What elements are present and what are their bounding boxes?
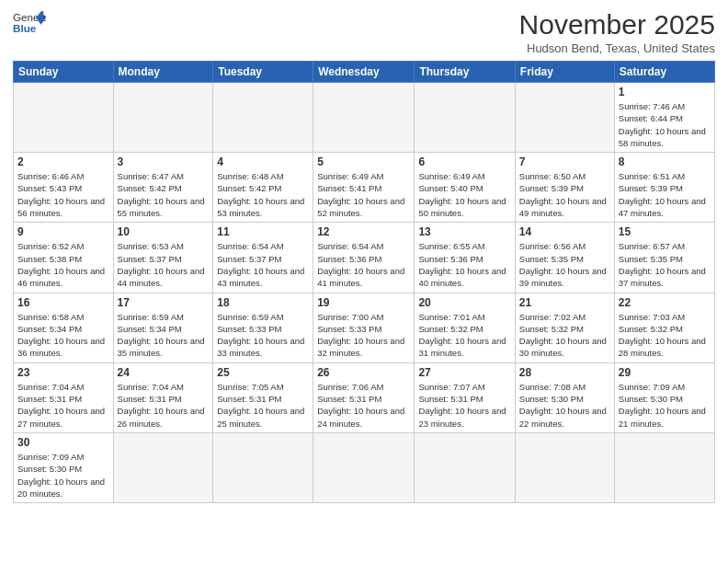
calendar-cell: 22Sunrise: 7:03 AM Sunset: 5:32 PM Dayli… xyxy=(614,293,714,362)
location: Hudson Bend, Texas, United States xyxy=(519,41,715,55)
calendar-cell-empty xyxy=(415,432,515,502)
calendar-cell: 24Sunrise: 7:04 AM Sunset: 5:31 PM Dayli… xyxy=(113,362,213,432)
day-number: 19 xyxy=(317,296,410,309)
day-info: Sunrise: 6:48 AM Sunset: 5:42 PM Dayligh… xyxy=(217,170,309,219)
day-number: 12 xyxy=(317,225,410,238)
calendar-cell-empty xyxy=(515,432,614,502)
calendar-cell xyxy=(14,83,114,153)
day-number: 17 xyxy=(118,296,210,309)
day-number: 27 xyxy=(418,366,510,379)
calendar-cell: 21Sunrise: 7:02 AM Sunset: 5:32 PM Dayli… xyxy=(515,293,614,362)
calendar-cell-empty xyxy=(213,432,313,502)
calendar-cell: 25Sunrise: 7:05 AM Sunset: 5:31 PM Dayli… xyxy=(213,362,313,432)
calendar-cell xyxy=(415,83,515,153)
calendar-cell-empty xyxy=(614,432,714,502)
day-number: 6 xyxy=(418,155,510,168)
col-saturday: Saturday xyxy=(614,62,714,83)
week-row-2: 2Sunrise: 6:46 AM Sunset: 5:43 PM Daylig… xyxy=(14,153,715,223)
svg-text:Blue: Blue xyxy=(13,22,37,34)
calendar-cell: 28Sunrise: 7:08 AM Sunset: 5:30 PM Dayli… xyxy=(515,362,614,432)
day-number: 30 xyxy=(17,436,109,449)
day-info: Sunrise: 6:49 AM Sunset: 5:40 PM Dayligh… xyxy=(418,170,510,219)
calendar-cell: 16Sunrise: 6:58 AM Sunset: 5:34 PM Dayli… xyxy=(14,293,114,362)
day-number: 25 xyxy=(217,366,309,379)
day-info: Sunrise: 6:56 AM Sunset: 5:35 PM Dayligh… xyxy=(519,240,610,289)
day-number: 11 xyxy=(217,225,309,238)
day-number: 10 xyxy=(118,225,210,238)
day-number: 23 xyxy=(17,366,109,379)
day-info: Sunrise: 7:09 AM Sunset: 5:30 PM Dayligh… xyxy=(17,451,109,500)
header: General Blue November 2025 Hudson Bend, … xyxy=(13,9,715,55)
day-number: 22 xyxy=(619,296,711,309)
calendar-cell: 26Sunrise: 7:06 AM Sunset: 5:31 PM Dayli… xyxy=(313,362,415,432)
calendar-cell: 6Sunrise: 6:49 AM Sunset: 5:40 PM Daylig… xyxy=(415,153,515,223)
day-number: 1 xyxy=(619,86,711,98)
calendar-cell: 17Sunrise: 6:59 AM Sunset: 5:34 PM Dayli… xyxy=(113,293,213,362)
day-info: Sunrise: 6:55 AM Sunset: 5:36 PM Dayligh… xyxy=(418,240,510,289)
calendar-cell: 12Sunrise: 6:54 AM Sunset: 5:36 PM Dayli… xyxy=(313,223,415,293)
calendar-cell-empty xyxy=(313,432,415,502)
calendar-cell: 23Sunrise: 7:04 AM Sunset: 5:31 PM Dayli… xyxy=(14,362,114,432)
col-friday: Friday xyxy=(515,62,614,83)
calendar-cell: 8Sunrise: 6:51 AM Sunset: 5:39 PM Daylig… xyxy=(614,153,714,223)
day-info: Sunrise: 7:03 AM Sunset: 5:32 PM Dayligh… xyxy=(619,311,711,360)
title-block: November 2025 Hudson Bend, Texas, United… xyxy=(519,9,715,55)
day-info: Sunrise: 7:08 AM Sunset: 5:30 PM Dayligh… xyxy=(519,381,610,430)
calendar-cell: 5Sunrise: 6:49 AM Sunset: 5:41 PM Daylig… xyxy=(313,153,415,223)
calendar-cell xyxy=(113,83,213,153)
day-info: Sunrise: 6:53 AM Sunset: 5:37 PM Dayligh… xyxy=(118,240,210,289)
calendar-cell: 29Sunrise: 7:09 AM Sunset: 5:30 PM Dayli… xyxy=(614,362,714,432)
week-row-4: 16Sunrise: 6:58 AM Sunset: 5:34 PM Dayli… xyxy=(14,293,715,362)
day-info: Sunrise: 6:49 AM Sunset: 5:41 PM Dayligh… xyxy=(317,170,410,219)
calendar-cell: 11Sunrise: 6:54 AM Sunset: 5:37 PM Dayli… xyxy=(213,223,313,293)
day-number: 24 xyxy=(118,366,210,379)
week-row-last: 30Sunrise: 7:09 AM Sunset: 5:30 PM Dayli… xyxy=(14,432,715,502)
day-info: Sunrise: 6:57 AM Sunset: 5:35 PM Dayligh… xyxy=(619,240,711,289)
day-number: 21 xyxy=(519,296,610,309)
day-info: Sunrise: 6:54 AM Sunset: 5:37 PM Dayligh… xyxy=(217,240,309,289)
calendar-cell: 10Sunrise: 6:53 AM Sunset: 5:37 PM Dayli… xyxy=(113,223,213,293)
calendar-cell: 27Sunrise: 7:07 AM Sunset: 5:31 PM Dayli… xyxy=(415,362,515,432)
day-number: 7 xyxy=(519,155,610,168)
calendar-cell: 1Sunrise: 7:46 AM Sunset: 6:44 PM Daylig… xyxy=(614,83,714,153)
calendar-cell: 3Sunrise: 6:47 AM Sunset: 5:42 PM Daylig… xyxy=(113,153,213,223)
calendar-cell xyxy=(213,83,313,153)
day-info: Sunrise: 7:05 AM Sunset: 5:31 PM Dayligh… xyxy=(217,381,309,430)
month-title: November 2025 xyxy=(519,9,715,40)
calendar-cell: 9Sunrise: 6:52 AM Sunset: 5:38 PM Daylig… xyxy=(14,223,114,293)
day-number: 28 xyxy=(519,366,610,379)
day-number: 26 xyxy=(317,366,410,379)
logo: General Blue xyxy=(13,9,46,35)
day-info: Sunrise: 6:47 AM Sunset: 5:42 PM Dayligh… xyxy=(118,170,210,219)
calendar-cell: 2Sunrise: 6:46 AM Sunset: 5:43 PM Daylig… xyxy=(14,153,114,223)
day-info: Sunrise: 7:46 AM Sunset: 6:44 PM Dayligh… xyxy=(619,100,711,149)
day-info: Sunrise: 7:04 AM Sunset: 5:31 PM Dayligh… xyxy=(118,381,210,430)
week-row-5: 23Sunrise: 7:04 AM Sunset: 5:31 PM Dayli… xyxy=(14,362,715,432)
week-row-3: 9Sunrise: 6:52 AM Sunset: 5:38 PM Daylig… xyxy=(14,223,715,293)
calendar-cell-empty xyxy=(113,432,213,502)
calendar-cell: 14Sunrise: 6:56 AM Sunset: 5:35 PM Dayli… xyxy=(515,223,614,293)
calendar-cell xyxy=(515,83,614,153)
day-info: Sunrise: 7:07 AM Sunset: 5:31 PM Dayligh… xyxy=(418,381,510,430)
day-info: Sunrise: 6:59 AM Sunset: 5:34 PM Dayligh… xyxy=(118,311,210,360)
day-number: 3 xyxy=(118,155,210,168)
day-info: Sunrise: 6:50 AM Sunset: 5:39 PM Dayligh… xyxy=(519,170,610,219)
day-info: Sunrise: 7:09 AM Sunset: 5:30 PM Dayligh… xyxy=(619,381,711,430)
week-row-1: 1Sunrise: 7:46 AM Sunset: 6:44 PM Daylig… xyxy=(14,83,715,153)
day-number: 18 xyxy=(217,296,309,309)
calendar-cell: 4Sunrise: 6:48 AM Sunset: 5:42 PM Daylig… xyxy=(213,153,313,223)
calendar-cell: 19Sunrise: 7:00 AM Sunset: 5:33 PM Dayli… xyxy=(313,293,415,362)
calendar-cell: 15Sunrise: 6:57 AM Sunset: 5:35 PM Dayli… xyxy=(614,223,714,293)
day-info: Sunrise: 6:54 AM Sunset: 5:36 PM Dayligh… xyxy=(317,240,410,289)
calendar-header-row: Sunday Monday Tuesday Wednesday Thursday… xyxy=(14,62,715,83)
day-info: Sunrise: 7:00 AM Sunset: 5:33 PM Dayligh… xyxy=(317,311,410,360)
day-number: 4 xyxy=(217,155,309,168)
col-tuesday: Tuesday xyxy=(213,62,313,83)
day-info: Sunrise: 6:58 AM Sunset: 5:34 PM Dayligh… xyxy=(17,311,109,360)
col-monday: Monday xyxy=(113,62,213,83)
calendar-cell: 20Sunrise: 7:01 AM Sunset: 5:32 PM Dayli… xyxy=(415,293,515,362)
col-sunday: Sunday xyxy=(14,62,114,83)
day-number: 2 xyxy=(17,155,109,168)
calendar-cell xyxy=(313,83,415,153)
calendar-cell: 30Sunrise: 7:09 AM Sunset: 5:30 PM Dayli… xyxy=(14,432,114,502)
